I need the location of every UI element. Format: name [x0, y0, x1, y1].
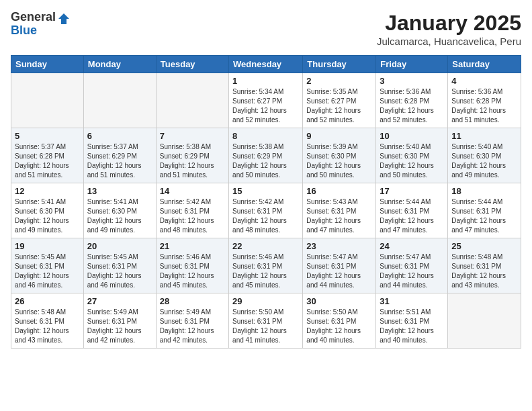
day-number: 27 — [87, 296, 152, 306]
weekday-header-sunday: Sunday — [11, 56, 84, 73]
weekday-header-wednesday: Wednesday — [229, 56, 303, 73]
day-number: 9 — [306, 131, 372, 141]
calendar-cell: 20Sunrise: 5:45 AM Sunset: 6:31 PM Dayli… — [83, 238, 156, 293]
day-number: 25 — [451, 241, 517, 251]
calendar-cell: 5Sunrise: 5:37 AM Sunset: 6:28 PM Daylig… — [11, 128, 84, 183]
calendar-cell: 23Sunrise: 5:47 AM Sunset: 6:31 PM Dayli… — [303, 238, 376, 293]
day-number: 19 — [15, 241, 80, 251]
weekday-header-thursday: Thursday — [303, 56, 376, 73]
day-number: 8 — [232, 131, 299, 141]
calendar-cell: 7Sunrise: 5:38 AM Sunset: 6:29 PM Daylig… — [156, 128, 228, 183]
calendar-cell — [448, 293, 521, 349]
day-number: 30 — [306, 296, 372, 306]
calendar-week-1: 1Sunrise: 5:34 AM Sunset: 6:27 PM Daylig… — [11, 73, 521, 128]
calendar-cell: 19Sunrise: 5:45 AM Sunset: 6:31 PM Dayli… — [11, 238, 84, 293]
calendar-cell: 21Sunrise: 5:46 AM Sunset: 6:31 PM Dayli… — [156, 238, 228, 293]
day-number: 20 — [87, 241, 152, 251]
day-number: 14 — [160, 186, 225, 196]
weekday-header-tuesday: Tuesday — [156, 56, 228, 73]
calendar-cell: 3Sunrise: 5:36 AM Sunset: 6:28 PM Daylig… — [376, 73, 448, 128]
calendar: SundayMondayTuesdayWednesdayThursdayFrid… — [11, 55, 521, 349]
day-number: 23 — [306, 241, 372, 251]
day-info: Sunrise: 5:38 AM Sunset: 6:29 PM Dayligh… — [160, 142, 225, 180]
day-number: 31 — [380, 296, 444, 306]
day-number: 13 — [87, 186, 152, 196]
calendar-cell: 14Sunrise: 5:42 AM Sunset: 6:31 PM Dayli… — [156, 183, 228, 238]
calendar-cell: 12Sunrise: 5:41 AM Sunset: 6:30 PM Dayli… — [11, 183, 84, 238]
day-info: Sunrise: 5:35 AM Sunset: 6:27 PM Dayligh… — [306, 87, 372, 125]
calendar-cell — [156, 73, 228, 128]
day-info: Sunrise: 5:48 AM Sunset: 6:31 PM Dayligh… — [451, 253, 517, 290]
calendar-cell: 27Sunrise: 5:49 AM Sunset: 6:31 PM Dayli… — [83, 293, 156, 349]
calendar-cell: 18Sunrise: 5:44 AM Sunset: 6:31 PM Dayli… — [448, 183, 521, 238]
calendar-cell: 11Sunrise: 5:40 AM Sunset: 6:30 PM Dayli… — [448, 128, 521, 183]
day-info: Sunrise: 5:40 AM Sunset: 6:30 PM Dayligh… — [451, 142, 517, 180]
day-number: 28 — [160, 296, 225, 306]
day-number: 26 — [15, 296, 80, 306]
calendar-cell — [11, 73, 84, 128]
calendar-week-4: 19Sunrise: 5:45 AM Sunset: 6:31 PM Dayli… — [11, 238, 521, 293]
day-number: 2 — [306, 76, 372, 86]
day-info: Sunrise: 5:48 AM Sunset: 6:31 PM Dayligh… — [15, 308, 80, 345]
day-info: Sunrise: 5:41 AM Sunset: 6:30 PM Dayligh… — [87, 197, 152, 235]
calendar-cell: 15Sunrise: 5:42 AM Sunset: 6:31 PM Dayli… — [229, 183, 303, 238]
calendar-cell — [83, 73, 156, 128]
day-info: Sunrise: 5:40 AM Sunset: 6:30 PM Dayligh… — [380, 142, 444, 180]
logo-icon — [57, 12, 71, 26]
day-info: Sunrise: 5:43 AM Sunset: 6:31 PM Dayligh… — [306, 197, 372, 235]
calendar-cell: 17Sunrise: 5:44 AM Sunset: 6:31 PM Dayli… — [376, 183, 448, 238]
calendar-cell: 30Sunrise: 5:50 AM Sunset: 6:31 PM Dayli… — [303, 293, 376, 349]
calendar-cell: 16Sunrise: 5:43 AM Sunset: 6:31 PM Dayli… — [303, 183, 376, 238]
day-number: 18 — [451, 186, 517, 196]
day-info: Sunrise: 5:49 AM Sunset: 6:31 PM Dayligh… — [87, 308, 152, 345]
day-info: Sunrise: 5:41 AM Sunset: 6:30 PM Dayligh… — [15, 197, 80, 235]
day-number: 5 — [15, 131, 80, 141]
month-title: January 2025 — [377, 11, 521, 36]
location-title: Julcamarca, Huancavelica, Peru — [377, 36, 521, 47]
day-number: 29 — [232, 296, 299, 306]
day-number: 11 — [451, 131, 517, 141]
calendar-cell: 13Sunrise: 5:41 AM Sunset: 6:30 PM Dayli… — [83, 183, 156, 238]
day-info: Sunrise: 5:37 AM Sunset: 6:28 PM Dayligh… — [15, 142, 80, 180]
calendar-cell: 24Sunrise: 5:47 AM Sunset: 6:31 PM Dayli… — [376, 238, 448, 293]
day-number: 17 — [380, 186, 444, 196]
day-info: Sunrise: 5:45 AM Sunset: 6:31 PM Dayligh… — [15, 253, 80, 290]
calendar-cell: 9Sunrise: 5:39 AM Sunset: 6:30 PM Daylig… — [303, 128, 376, 183]
day-number: 6 — [87, 131, 152, 141]
calendar-cell: 8Sunrise: 5:38 AM Sunset: 6:29 PM Daylig… — [229, 128, 303, 183]
day-info: Sunrise: 5:46 AM Sunset: 6:31 PM Dayligh… — [232, 253, 299, 290]
day-number: 4 — [451, 76, 517, 86]
weekday-header-row: SundayMondayTuesdayWednesdayThursdayFrid… — [11, 56, 521, 73]
logo-blue: Blue — [11, 24, 56, 38]
day-number: 21 — [160, 241, 225, 251]
day-number: 12 — [15, 186, 80, 196]
calendar-cell: 1Sunrise: 5:34 AM Sunset: 6:27 PM Daylig… — [229, 73, 303, 128]
calendar-cell: 29Sunrise: 5:50 AM Sunset: 6:31 PM Dayli… — [229, 293, 303, 349]
day-info: Sunrise: 5:51 AM Sunset: 6:31 PM Dayligh… — [380, 308, 444, 345]
calendar-cell: 2Sunrise: 5:35 AM Sunset: 6:27 PM Daylig… — [303, 73, 376, 128]
calendar-cell: 26Sunrise: 5:48 AM Sunset: 6:31 PM Dayli… — [11, 293, 84, 349]
day-info: Sunrise: 5:37 AM Sunset: 6:29 PM Dayligh… — [87, 142, 152, 180]
day-info: Sunrise: 5:49 AM Sunset: 6:31 PM Dayligh… — [160, 308, 225, 345]
day-info: Sunrise: 5:47 AM Sunset: 6:31 PM Dayligh… — [306, 253, 372, 290]
calendar-cell: 31Sunrise: 5:51 AM Sunset: 6:31 PM Dayli… — [376, 293, 448, 349]
day-info: Sunrise: 5:34 AM Sunset: 6:27 PM Dayligh… — [232, 87, 299, 125]
page-header: General Blue January 2025 Julcamarca, Hu… — [11, 11, 521, 47]
logo-general: General — [11, 11, 56, 24]
day-number: 24 — [380, 241, 444, 251]
day-info: Sunrise: 5:46 AM Sunset: 6:31 PM Dayligh… — [160, 253, 225, 290]
calendar-cell: 4Sunrise: 5:36 AM Sunset: 6:28 PM Daylig… — [448, 73, 521, 128]
calendar-cell: 6Sunrise: 5:37 AM Sunset: 6:29 PM Daylig… — [83, 128, 156, 183]
day-info: Sunrise: 5:36 AM Sunset: 6:28 PM Dayligh… — [380, 87, 444, 125]
day-number: 7 — [160, 131, 225, 141]
day-number: 22 — [232, 241, 299, 251]
calendar-week-5: 26Sunrise: 5:48 AM Sunset: 6:31 PM Dayli… — [11, 293, 521, 349]
calendar-cell: 25Sunrise: 5:48 AM Sunset: 6:31 PM Dayli… — [448, 238, 521, 293]
day-number: 3 — [380, 76, 444, 86]
title-block: January 2025 Julcamarca, Huancavelica, P… — [377, 11, 521, 47]
day-number: 1 — [232, 76, 299, 86]
day-info: Sunrise: 5:44 AM Sunset: 6:31 PM Dayligh… — [380, 197, 444, 235]
day-info: Sunrise: 5:39 AM Sunset: 6:30 PM Dayligh… — [306, 142, 372, 180]
day-info: Sunrise: 5:47 AM Sunset: 6:31 PM Dayligh… — [380, 253, 444, 290]
calendar-cell: 22Sunrise: 5:46 AM Sunset: 6:31 PM Dayli… — [229, 238, 303, 293]
